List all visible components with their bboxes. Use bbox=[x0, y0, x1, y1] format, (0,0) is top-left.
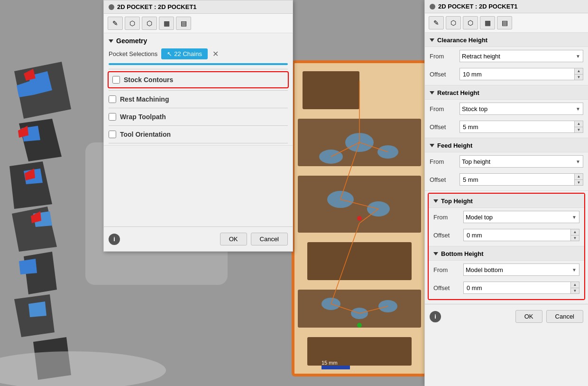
stock-contours-row: Stock Contours bbox=[108, 71, 289, 88]
tool-btn-grid[interactable]: ▦ bbox=[159, 17, 174, 30]
feed-offset-spin-up[interactable]: ▲ bbox=[575, 174, 583, 180]
tool-btn-shape2[interactable]: ⬡ bbox=[142, 17, 157, 30]
top-height-section: Top Height From Model top Offset ▲ ▼ bbox=[429, 194, 584, 246]
svg-rect-26 bbox=[307, 242, 412, 280]
top-offset-spin-down[interactable]: ▼ bbox=[571, 235, 579, 241]
wrap-toolpath-row: Wrap Toolpath bbox=[104, 108, 293, 125]
clearance-offset-spin-up[interactable]: ▲ bbox=[575, 68, 583, 75]
top-offset-spin-up[interactable]: ▲ bbox=[571, 229, 579, 235]
retract-from-select-wrapper: Stock top bbox=[459, 103, 583, 115]
geometry-section: Geometry Pocket Selections ↖ 22 Chains ✕… bbox=[104, 33, 293, 146]
bottom-height-section: Bottom Height From Model bottom Offset ▲… bbox=[429, 246, 584, 299]
wrap-toolpath-checkbox[interactable] bbox=[109, 113, 116, 121]
retract-offset-spin-up[interactable]: ▲ bbox=[575, 121, 583, 127]
svg-point-37 bbox=[357, 216, 362, 221]
clearance-offset-spin-down[interactable]: ▼ bbox=[575, 75, 583, 80]
ok-button[interactable]: OK bbox=[220, 233, 247, 245]
top-from-select[interactable]: Model top bbox=[463, 211, 579, 223]
bottom-offset-input[interactable] bbox=[464, 282, 570, 293]
feed-collapse-icon[interactable] bbox=[430, 144, 434, 147]
retract-from-select[interactable]: Stock top bbox=[459, 103, 583, 115]
retract-collapse-icon[interactable] bbox=[430, 91, 434, 94]
top-bottom-height-highlighted-container: Top Height From Model top Offset ▲ ▼ bbox=[428, 193, 585, 300]
feed-from-select-wrapper: Top height bbox=[459, 155, 583, 168]
top-from-label: From bbox=[433, 214, 459, 221]
pocket-selections-label: Pocket Selections bbox=[109, 50, 157, 57]
right-tool-btn-grid[interactable]: ▦ bbox=[480, 16, 495, 29]
clear-selections-button[interactable]: ✕ bbox=[211, 49, 220, 58]
clearance-from-select-wrapper: Retract height bbox=[459, 50, 583, 62]
top-from-select-wrapper: Model top bbox=[463, 211, 579, 223]
geometry-label: Geometry bbox=[116, 37, 147, 45]
retract-from-row: From Stock top bbox=[425, 100, 588, 118]
svg-marker-15 bbox=[28, 301, 46, 317]
clearance-height-header: Clearance Height bbox=[425, 33, 588, 47]
top-height-header: Top Height bbox=[429, 194, 584, 208]
right-tool-btn-shape1[interactable]: ⬡ bbox=[446, 16, 461, 29]
stock-contours-checkbox[interactable] bbox=[112, 76, 120, 84]
svg-text:15 mm: 15 mm bbox=[322, 360, 338, 366]
top-height-collapse-icon[interactable] bbox=[433, 199, 438, 203]
retract-from-label: From bbox=[430, 105, 456, 113]
cancel-button[interactable]: Cancel bbox=[251, 233, 288, 245]
feed-offset-spin-down[interactable]: ▼ bbox=[575, 180, 583, 186]
retract-offset-label: Offset bbox=[430, 123, 456, 131]
title-dot bbox=[109, 4, 114, 10]
cursor-icon: ↖ bbox=[167, 50, 172, 57]
clearance-height-label: Clearance Height bbox=[437, 37, 487, 44]
svg-rect-39 bbox=[322, 366, 350, 369]
tool-btn-shape1[interactable]: ⬡ bbox=[125, 17, 140, 30]
retract-offset-spin-down[interactable]: ▼ bbox=[575, 127, 583, 133]
retract-offset-spinbox: ▲ ▼ bbox=[459, 121, 583, 133]
retract-offset-row: Offset ▲ ▼ bbox=[425, 118, 588, 136]
feed-height-header: Feed Height bbox=[425, 138, 588, 152]
feed-height-section: Feed Height From Top height Offset ▲ ▼ bbox=[425, 138, 588, 191]
bottom-offset-spin-up[interactable]: ▲ bbox=[571, 282, 579, 288]
tool-btn-pencil[interactable]: ✎ bbox=[108, 17, 123, 30]
right-cancel-button[interactable]: Cancel bbox=[546, 310, 583, 323]
geometry-collapse-icon[interactable] bbox=[109, 39, 113, 43]
retract-height-section: Retract Height From Stock top Offset ▲ ▼ bbox=[425, 85, 588, 138]
retract-height-header: Retract Height bbox=[425, 85, 588, 100]
info-button[interactable]: i bbox=[109, 234, 120, 245]
tool-btn-table[interactable]: ▤ bbox=[176, 17, 191, 30]
clearance-offset-spin-buttons: ▲ ▼ bbox=[574, 68, 583, 80]
chains-label: 22 Chains bbox=[174, 50, 202, 57]
rest-machining-row: Rest Machining bbox=[104, 91, 293, 108]
feed-from-row: From Top height bbox=[425, 152, 588, 170]
feed-from-select[interactable]: Top height bbox=[459, 155, 583, 168]
slider-row bbox=[104, 63, 293, 69]
feed-offset-row: Offset ▲ ▼ bbox=[425, 170, 588, 188]
bottom-buttons: OK Cancel bbox=[220, 233, 288, 245]
left-panel-title-bar: 2D POCKET : 2D POCKET1 bbox=[104, 0, 293, 14]
clearance-offset-input[interactable] bbox=[460, 68, 574, 80]
retract-offset-input[interactable] bbox=[460, 121, 574, 132]
clearance-from-label: From bbox=[430, 53, 456, 60]
tool-orientation-checkbox[interactable] bbox=[109, 131, 116, 138]
right-info-button[interactable]: i bbox=[430, 311, 441, 322]
clearance-collapse-icon[interactable] bbox=[430, 38, 434, 42]
tool-orientation-label: Tool Orientation bbox=[120, 131, 171, 138]
top-offset-input[interactable] bbox=[464, 229, 570, 241]
wrap-toolpath-label: Wrap Toolpath bbox=[120, 113, 166, 121]
right-tool-btn-shape2[interactable]: ⬡ bbox=[463, 16, 478, 29]
right-panel-title-bar: 2D POCKET : 2D POCKET1 bbox=[425, 0, 588, 13]
right-tool-btn-table[interactable]: ▤ bbox=[497, 16, 512, 29]
feed-offset-input[interactable] bbox=[460, 174, 574, 185]
feed-offset-spin-buttons: ▲ ▼ bbox=[574, 174, 583, 185]
chains-button[interactable]: ↖ 22 Chains bbox=[161, 48, 208, 59]
clearance-from-select[interactable]: Retract height bbox=[459, 50, 583, 62]
right-panel-bottom: i OK Cancel bbox=[425, 304, 588, 329]
clearance-height-section: Clearance Height From Retract height Off… bbox=[425, 33, 588, 85]
pocket-selections-row: Pocket Selections ↖ 22 Chains ✕ bbox=[104, 47, 293, 63]
feed-height-label: Feed Height bbox=[437, 142, 472, 149]
bottom-from-select[interactable]: Model bottom bbox=[463, 264, 579, 276]
stock-contours-label: Stock Contours bbox=[124, 76, 173, 84]
right-dialog-panel: 2D POCKET : 2D POCKET1 ✎ ⬡ ⬡ ▦ ▤ Clearan… bbox=[424, 0, 588, 386]
rest-machining-checkbox[interactable] bbox=[109, 95, 116, 103]
bottom-height-collapse-icon[interactable] bbox=[433, 252, 438, 255]
bottom-offset-spin-down[interactable]: ▼ bbox=[571, 288, 579, 294]
clearance-offset-row: Offset ▲ ▼ bbox=[425, 65, 588, 83]
right-tool-btn-pencil[interactable]: ✎ bbox=[429, 16, 444, 29]
right-ok-button[interactable]: OK bbox=[515, 310, 542, 323]
